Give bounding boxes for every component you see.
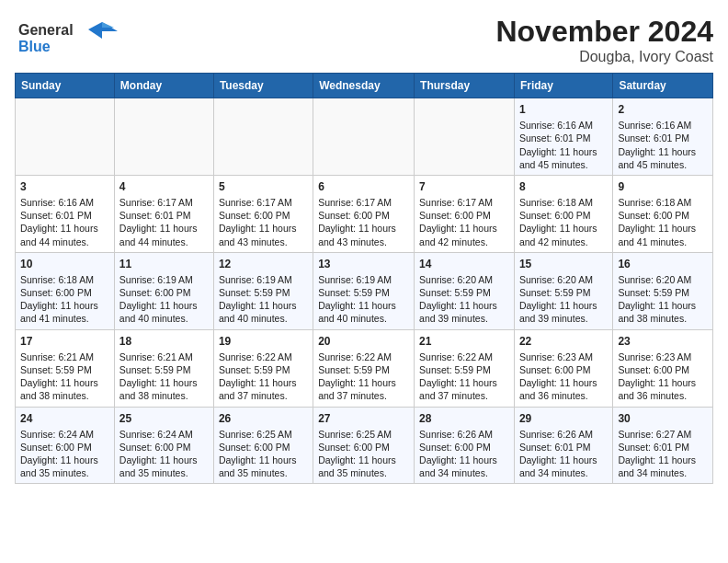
day-info: Sunset: 5:59 PM	[219, 363, 308, 376]
week-row-3: 10Sunrise: 6:18 AMSunset: 6:00 PMDayligh…	[16, 252, 713, 329]
calendar-cell: 21Sunrise: 6:22 AMSunset: 5:59 PMDayligh…	[415, 329, 515, 407]
day-info: Sunset: 5:59 PM	[119, 363, 209, 376]
day-info: Sunset: 6:00 PM	[419, 209, 509, 222]
day-number: 7	[419, 179, 509, 194]
day-info: Sunrise: 6:17 AM	[318, 196, 409, 209]
day-info: Daylight: 11 hours and 40 minutes.	[318, 299, 409, 325]
day-info: Sunrise: 6:19 AM	[119, 273, 209, 286]
day-number: 22	[519, 334, 608, 349]
calendar-cell: 30Sunrise: 6:27 AMSunset: 6:01 PMDayligh…	[613, 407, 713, 484]
header-saturday: Saturday	[613, 74, 713, 98]
day-info: Sunset: 5:59 PM	[318, 286, 409, 299]
day-number: 4	[119, 179, 209, 194]
day-info: Daylight: 11 hours and 35 minutes.	[119, 454, 209, 479]
day-info: Daylight: 11 hours and 43 minutes.	[318, 222, 409, 247]
day-info: Sunrise: 6:16 AM	[20, 196, 109, 209]
day-number: 10	[20, 257, 109, 271]
week-row-5: 24Sunrise: 6:24 AMSunset: 6:00 PMDayligh…	[16, 407, 713, 484]
day-info: Sunset: 6:00 PM	[618, 363, 708, 376]
day-info: Daylight: 11 hours and 38 minutes.	[119, 376, 209, 402]
day-info: Sunrise: 6:18 AM	[20, 273, 109, 286]
day-number: 30	[618, 411, 708, 426]
calendar-cell: 15Sunrise: 6:20 AMSunset: 5:59 PMDayligh…	[514, 252, 612, 329]
calendar-cell: 2Sunrise: 6:16 AMSunset: 6:01 PMDaylight…	[613, 98, 713, 176]
day-info: Sunrise: 6:21 AM	[119, 350, 209, 363]
calendar-cell: 4Sunrise: 6:17 AMSunset: 6:01 PMDaylight…	[114, 175, 213, 252]
day-info: Sunset: 6:00 PM	[519, 209, 608, 222]
calendar-cell: 23Sunrise: 6:23 AMSunset: 6:00 PMDayligh…	[613, 329, 713, 407]
page-title: November 2024	[495, 15, 713, 49]
day-info: Daylight: 11 hours and 34 minutes.	[618, 454, 708, 479]
day-info: Sunset: 6:00 PM	[318, 441, 409, 454]
calendar-cell	[16, 98, 115, 176]
calendar-cell	[313, 98, 415, 176]
calendar-cell	[114, 98, 213, 176]
day-info: Sunset: 6:01 PM	[618, 132, 708, 144]
logo: General Blue	[15, 15, 125, 64]
day-info: Sunrise: 6:20 AM	[618, 273, 708, 286]
day-info: Sunset: 6:00 PM	[318, 209, 409, 222]
day-info: Daylight: 11 hours and 45 minutes.	[618, 145, 708, 171]
calendar-cell: 5Sunrise: 6:17 AMSunset: 6:00 PMDaylight…	[213, 175, 313, 252]
day-info: Sunset: 6:00 PM	[20, 286, 109, 299]
day-number: 25	[119, 411, 209, 426]
day-info: Sunset: 5:59 PM	[318, 363, 409, 376]
day-info: Daylight: 11 hours and 35 minutes.	[20, 454, 109, 479]
day-number: 18	[119, 334, 209, 349]
day-info: Sunrise: 6:19 AM	[318, 273, 409, 286]
calendar-cell: 17Sunrise: 6:21 AMSunset: 5:59 PMDayligh…	[16, 329, 115, 407]
day-info: Sunrise: 6:23 AM	[618, 350, 708, 363]
day-number: 26	[219, 411, 308, 426]
svg-marker-3	[102, 22, 114, 28]
day-number: 21	[419, 334, 509, 349]
day-number: 23	[618, 334, 708, 349]
day-info: Sunset: 6:00 PM	[20, 441, 109, 454]
day-info: Sunrise: 6:21 AM	[20, 350, 109, 363]
header-thursday: Thursday	[415, 74, 515, 98]
calendar-cell: 25Sunrise: 6:24 AMSunset: 6:00 PMDayligh…	[114, 407, 213, 484]
day-info: Daylight: 11 hours and 39 minutes.	[519, 299, 608, 325]
calendar-cell: 29Sunrise: 6:26 AMSunset: 6:01 PMDayligh…	[514, 407, 612, 484]
day-number: 29	[519, 411, 608, 426]
header-tuesday: Tuesday	[213, 74, 313, 98]
calendar-cell: 18Sunrise: 6:21 AMSunset: 5:59 PMDayligh…	[114, 329, 213, 407]
day-number: 20	[318, 334, 409, 349]
day-info: Sunrise: 6:27 AM	[618, 428, 708, 441]
day-info: Sunrise: 6:23 AM	[519, 350, 608, 363]
day-info: Sunset: 6:01 PM	[519, 441, 608, 454]
day-number: 2	[618, 102, 708, 117]
day-info: Sunrise: 6:20 AM	[519, 273, 608, 286]
day-info: Sunrise: 6:24 AM	[20, 428, 109, 441]
week-row-2: 3Sunrise: 6:16 AMSunset: 6:01 PMDaylight…	[16, 175, 713, 252]
week-row-1: 1Sunrise: 6:16 AMSunset: 6:01 PMDaylight…	[16, 98, 713, 176]
day-info: Sunrise: 6:26 AM	[419, 428, 509, 441]
day-info: Sunrise: 6:18 AM	[519, 196, 608, 209]
calendar-cell: 14Sunrise: 6:20 AMSunset: 5:59 PMDayligh…	[415, 252, 515, 329]
header-wednesday: Wednesday	[313, 74, 415, 98]
week-row-4: 17Sunrise: 6:21 AMSunset: 5:59 PMDayligh…	[16, 329, 713, 407]
day-info: Sunrise: 6:25 AM	[318, 428, 409, 441]
day-number: 17	[20, 334, 109, 349]
day-info: Daylight: 11 hours and 42 minutes.	[519, 222, 608, 247]
day-number: 11	[119, 257, 209, 271]
calendar-cell	[213, 98, 313, 176]
day-info: Sunset: 6:01 PM	[20, 209, 109, 222]
day-info: Daylight: 11 hours and 36 minutes.	[519, 376, 608, 402]
day-info: Sunset: 6:00 PM	[219, 441, 308, 454]
day-number: 12	[219, 257, 308, 271]
day-info: Sunset: 6:00 PM	[119, 286, 209, 299]
day-info: Sunset: 6:01 PM	[119, 209, 209, 222]
svg-text:General: General	[18, 22, 74, 38]
calendar-cell: 20Sunrise: 6:22 AMSunset: 5:59 PMDayligh…	[313, 329, 415, 407]
calendar-cell: 13Sunrise: 6:19 AMSunset: 5:59 PMDayligh…	[313, 252, 415, 329]
day-info: Sunrise: 6:25 AM	[219, 428, 308, 441]
calendar-cell: 24Sunrise: 6:24 AMSunset: 6:00 PMDayligh…	[16, 407, 115, 484]
day-info: Daylight: 11 hours and 38 minutes.	[618, 299, 708, 325]
day-info: Daylight: 11 hours and 39 minutes.	[419, 299, 509, 325]
day-info: Sunset: 6:00 PM	[618, 209, 708, 222]
day-info: Sunrise: 6:17 AM	[419, 196, 509, 209]
day-info: Daylight: 11 hours and 37 minutes.	[318, 376, 409, 402]
calendar-header-row: SundayMondayTuesdayWednesdayThursdayFrid…	[16, 74, 713, 98]
header-sunday: Sunday	[16, 74, 115, 98]
day-info: Sunset: 6:00 PM	[119, 441, 209, 454]
